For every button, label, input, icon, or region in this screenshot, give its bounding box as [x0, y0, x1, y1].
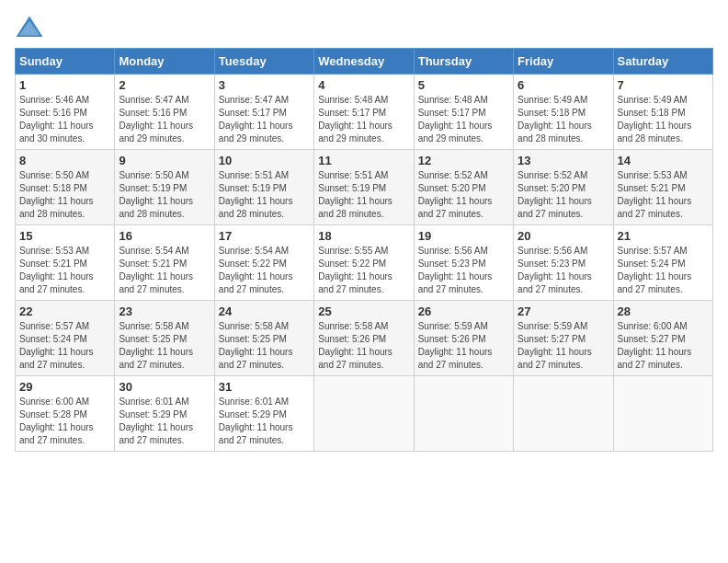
calendar-cell: 18Sunrise: 5:55 AMSunset: 5:22 PMDayligh… — [314, 225, 414, 301]
calendar-cell: 29Sunrise: 6:00 AMSunset: 5:28 PMDayligh… — [16, 376, 115, 452]
day-number: 23 — [119, 304, 210, 318]
calendar-cell: 15Sunrise: 5:53 AMSunset: 5:21 PMDayligh… — [16, 225, 115, 301]
day-info: Sunrise: 6:00 AMSunset: 5:28 PMDaylight:… — [19, 396, 110, 447]
day-info: Sunrise: 5:56 AMSunset: 5:23 PMDaylight:… — [518, 245, 609, 296]
calendar-cell: 23Sunrise: 5:58 AMSunset: 5:25 PMDayligh… — [115, 301, 214, 376]
day-info: Sunrise: 5:52 AMSunset: 5:20 PMDaylight:… — [518, 169, 609, 221]
calendar-cell — [314, 376, 414, 452]
day-number: 2 — [119, 78, 210, 92]
day-info: Sunrise: 5:53 AMSunset: 5:21 PMDaylight:… — [618, 169, 709, 221]
day-info: Sunrise: 6:01 AMSunset: 5:29 PMDaylight:… — [119, 396, 210, 447]
day-number: 10 — [219, 154, 310, 167]
day-number: 28 — [618, 304, 709, 318]
calendar-cell: 28Sunrise: 6:00 AMSunset: 5:27 PMDayligh… — [613, 301, 712, 376]
calendar-cell: 26Sunrise: 5:59 AMSunset: 5:26 PMDayligh… — [414, 301, 513, 376]
calendar-header: SundayMondayTuesdayWednesdayThursdayFrid… — [16, 49, 713, 75]
day-number: 9 — [119, 154, 210, 167]
calendar-cell: 7Sunrise: 5:49 AMSunset: 5:18 PMDaylight… — [613, 75, 712, 150]
day-number: 6 — [518, 78, 609, 92]
day-number: 31 — [219, 380, 310, 394]
calendar-cell: 5Sunrise: 5:48 AMSunset: 5:17 PMDaylight… — [414, 75, 513, 150]
day-number: 11 — [318, 154, 409, 167]
day-number: 24 — [219, 304, 310, 318]
calendar-week: 29Sunrise: 6:00 AMSunset: 5:28 PMDayligh… — [16, 376, 713, 452]
calendar-cell: 1Sunrise: 5:46 AMSunset: 5:16 PMDaylight… — [16, 75, 115, 150]
calendar-week: 1Sunrise: 5:46 AMSunset: 5:16 PMDaylight… — [16, 75, 713, 150]
day-number: 1 — [19, 78, 110, 92]
day-info: Sunrise: 5:59 AMSunset: 5:27 PMDaylight:… — [518, 320, 609, 372]
calendar-cell: 11Sunrise: 5:51 AMSunset: 5:19 PMDayligh… — [314, 150, 414, 225]
day-number: 29 — [19, 380, 110, 394]
calendar-cell: 24Sunrise: 5:58 AMSunset: 5:25 PMDayligh… — [214, 301, 313, 376]
calendar-cell: 31Sunrise: 6:01 AMSunset: 5:29 PMDayligh… — [214, 376, 313, 452]
calendar-cell: 22Sunrise: 5:57 AMSunset: 5:24 PMDayligh… — [16, 301, 115, 376]
day-number: 7 — [618, 78, 709, 92]
day-info: Sunrise: 5:59 AMSunset: 5:26 PMDaylight:… — [418, 320, 509, 372]
day-info: Sunrise: 5:47 AMSunset: 5:17 PMDaylight:… — [219, 94, 310, 145]
day-number: 22 — [19, 304, 110, 318]
day-info: Sunrise: 5:51 AMSunset: 5:19 PMDaylight:… — [318, 169, 409, 221]
day-info: Sunrise: 5:57 AMSunset: 5:24 PMDaylight:… — [618, 245, 709, 296]
day-info: Sunrise: 5:58 AMSunset: 5:25 PMDaylight:… — [119, 320, 210, 372]
header-cell: Wednesday — [314, 49, 414, 75]
day-number: 19 — [418, 229, 509, 243]
day-number: 26 — [418, 304, 509, 318]
header-cell: Saturday — [613, 49, 712, 75]
calendar-cell: 12Sunrise: 5:52 AMSunset: 5:20 PMDayligh… — [414, 150, 513, 225]
calendar-cell: 21Sunrise: 5:57 AMSunset: 5:24 PMDayligh… — [613, 225, 712, 301]
day-number: 30 — [119, 380, 210, 394]
day-info: Sunrise: 5:48 AMSunset: 5:17 PMDaylight:… — [418, 94, 509, 145]
calendar-cell: 3Sunrise: 5:47 AMSunset: 5:17 PMDaylight… — [214, 75, 313, 150]
calendar-cell: 19Sunrise: 5:56 AMSunset: 5:23 PMDayligh… — [414, 225, 513, 301]
calendar-cell — [514, 376, 613, 452]
calendar-cell: 8Sunrise: 5:50 AMSunset: 5:18 PMDaylight… — [16, 150, 115, 225]
header-cell: Friday — [514, 49, 613, 75]
calendar-cell — [414, 376, 513, 452]
page-header — [15, 15, 713, 40]
day-number: 8 — [19, 154, 110, 167]
day-number: 15 — [19, 229, 110, 243]
calendar-cell: 25Sunrise: 5:58 AMSunset: 5:26 PMDayligh… — [314, 301, 414, 376]
day-info: Sunrise: 5:52 AMSunset: 5:20 PMDaylight:… — [418, 169, 509, 221]
day-info: Sunrise: 5:57 AMSunset: 5:24 PMDaylight:… — [19, 320, 110, 372]
day-number: 25 — [318, 304, 409, 318]
day-info: Sunrise: 5:47 AMSunset: 5:16 PMDaylight:… — [119, 94, 210, 145]
day-number: 13 — [518, 154, 609, 167]
calendar-cell: 17Sunrise: 5:54 AMSunset: 5:22 PMDayligh… — [214, 225, 313, 301]
day-number: 18 — [318, 229, 409, 243]
day-number: 3 — [219, 78, 310, 92]
day-info: Sunrise: 5:48 AMSunset: 5:17 PMDaylight:… — [318, 94, 409, 145]
calendar-cell: 2Sunrise: 5:47 AMSunset: 5:16 PMDaylight… — [115, 75, 214, 150]
day-info: Sunrise: 5:49 AMSunset: 5:18 PMDaylight:… — [518, 94, 609, 145]
day-info: Sunrise: 5:46 AMSunset: 5:16 PMDaylight:… — [19, 94, 110, 145]
calendar-cell: 13Sunrise: 5:52 AMSunset: 5:20 PMDayligh… — [514, 150, 613, 225]
day-info: Sunrise: 6:00 AMSunset: 5:27 PMDaylight:… — [618, 320, 709, 372]
header-cell: Thursday — [414, 49, 513, 75]
calendar-week: 15Sunrise: 5:53 AMSunset: 5:21 PMDayligh… — [16, 225, 713, 301]
calendar-week: 22Sunrise: 5:57 AMSunset: 5:24 PMDayligh… — [16, 301, 713, 376]
header-cell: Tuesday — [214, 49, 313, 75]
day-info: Sunrise: 5:53 AMSunset: 5:21 PMDaylight:… — [19, 245, 110, 296]
day-info: Sunrise: 5:55 AMSunset: 5:22 PMDaylight:… — [318, 245, 409, 296]
calendar-cell: 14Sunrise: 5:53 AMSunset: 5:21 PMDayligh… — [613, 150, 712, 225]
calendar-cell: 4Sunrise: 5:48 AMSunset: 5:17 PMDaylight… — [314, 75, 414, 150]
calendar-body: 1Sunrise: 5:46 AMSunset: 5:16 PMDaylight… — [16, 75, 713, 452]
day-number: 16 — [119, 229, 210, 243]
logo — [15, 15, 48, 40]
calendar-cell: 30Sunrise: 6:01 AMSunset: 5:29 PMDayligh… — [115, 376, 214, 452]
day-number: 4 — [318, 78, 409, 92]
day-info: Sunrise: 5:58 AMSunset: 5:26 PMDaylight:… — [318, 320, 409, 372]
day-info: Sunrise: 5:54 AMSunset: 5:22 PMDaylight:… — [219, 245, 310, 296]
calendar-cell: 6Sunrise: 5:49 AMSunset: 5:18 PMDaylight… — [514, 75, 613, 150]
day-number: 21 — [618, 229, 709, 243]
day-info: Sunrise: 5:56 AMSunset: 5:23 PMDaylight:… — [418, 245, 509, 296]
header-cell: Sunday — [16, 49, 115, 75]
day-number: 14 — [618, 154, 709, 167]
day-number: 17 — [219, 229, 310, 243]
day-info: Sunrise: 5:50 AMSunset: 5:18 PMDaylight:… — [19, 169, 110, 221]
header-cell: Monday — [115, 49, 214, 75]
day-number: 5 — [418, 78, 509, 92]
day-info: Sunrise: 6:01 AMSunset: 5:29 PMDaylight:… — [219, 396, 310, 447]
day-info: Sunrise: 5:54 AMSunset: 5:21 PMDaylight:… — [119, 245, 210, 296]
calendar-cell: 27Sunrise: 5:59 AMSunset: 5:27 PMDayligh… — [514, 301, 613, 376]
